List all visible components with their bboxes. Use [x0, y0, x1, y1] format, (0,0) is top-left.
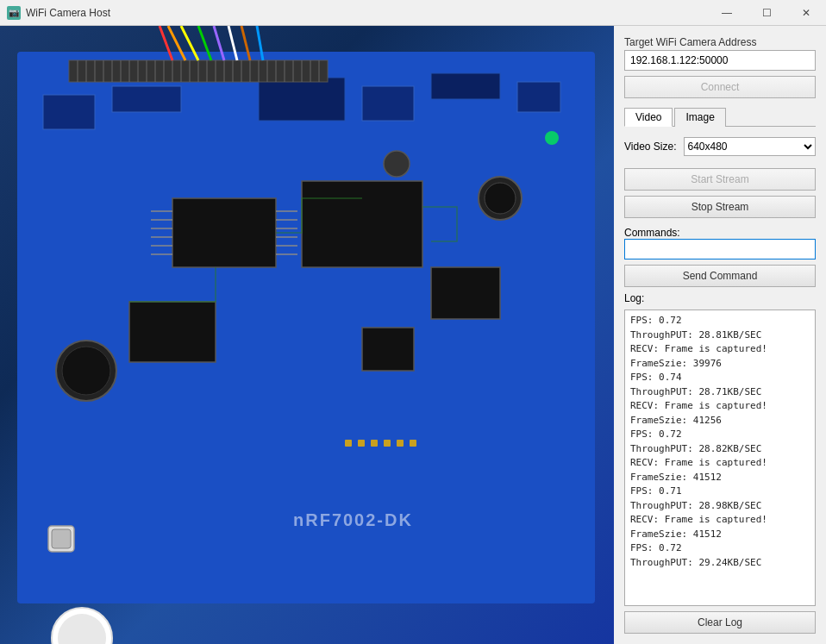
svg-point-55	[485, 183, 516, 214]
log-box[interactable]: FPS: 0.72ThroughPUT: 28.81KB/SECRECV: Fr…	[624, 309, 816, 606]
svg-rect-63	[371, 440, 378, 447]
address-label: Target WiFi Camera Address	[624, 36, 816, 48]
svg-rect-64	[384, 440, 391, 447]
commands-label: Commands:	[624, 227, 816, 239]
tabs-container: Video Image	[624, 107, 816, 127]
svg-rect-60	[52, 529, 71, 548]
stop-stream-button[interactable]: Stop Stream	[624, 196, 816, 218]
close-button[interactable]: ✕	[786, 0, 826, 26]
svg-rect-5	[431, 73, 500, 99]
svg-rect-10	[431, 267, 500, 319]
camera-panel: nRF7002-DK	[0, 26, 614, 644]
svg-point-58	[62, 347, 110, 395]
svg-rect-3	[259, 78, 345, 121]
app-title: WiFi Camera Host	[26, 7, 110, 19]
app-icon: 📷	[7, 6, 21, 20]
svg-rect-65	[397, 440, 404, 447]
svg-rect-61	[345, 440, 352, 447]
right-panel: Target WiFi Camera Address Connect Video…	[614, 26, 826, 644]
command-input[interactable]	[624, 239, 816, 259]
window-controls: — ☐ ✕	[707, 0, 826, 26]
commands-section: Commands:	[624, 223, 816, 259]
maximize-button[interactable]: ☐	[747, 0, 786, 26]
svg-rect-2	[112, 86, 181, 112]
video-size-select[interactable]: 640x480 320x240 1280x720	[684, 137, 817, 156]
start-stream-button[interactable]: Start Stream	[624, 168, 816, 191]
minimize-button[interactable]: —	[707, 0, 747, 26]
svg-point-67	[545, 131, 559, 145]
svg-rect-66	[410, 440, 416, 447]
svg-rect-4	[362, 86, 414, 121]
svg-text:nRF7002-DK: nRF7002-DK	[293, 510, 413, 529]
svg-rect-11	[362, 328, 414, 371]
svg-rect-9	[129, 302, 216, 362]
address-input[interactable]	[624, 50, 816, 71]
svg-rect-8	[302, 181, 422, 267]
send-command-button[interactable]: Send Command	[624, 265, 816, 287]
video-size-label: Video Size:	[624, 141, 677, 153]
address-section: Target WiFi Camera Address	[624, 36, 816, 71]
clear-log-button[interactable]: Clear Log	[624, 611, 816, 634]
tab-video[interactable]: Video	[624, 108, 673, 127]
connect-button[interactable]: Connect	[624, 76, 816, 98]
svg-rect-1	[43, 95, 95, 129]
main-container: nRF7002-DK Target WiFi Camera Address	[0, 26, 826, 644]
camera-feed: nRF7002-DK	[0, 26, 614, 644]
video-size-row: Video Size: 640x480 320x240 1280x720	[624, 137, 816, 156]
svg-rect-6	[517, 82, 560, 112]
stream-area: Start Stream Stop Stream	[624, 168, 816, 218]
svg-point-56	[384, 151, 410, 177]
pcb-svg: nRF7002-DK	[0, 26, 614, 644]
svg-rect-7	[172, 198, 276, 267]
svg-rect-62	[358, 440, 365, 447]
titlebar: 📷 WiFi Camera Host — ☐ ✕	[0, 0, 826, 26]
tab-image[interactable]: Image	[674, 108, 725, 127]
log-label: Log:	[624, 292, 816, 304]
